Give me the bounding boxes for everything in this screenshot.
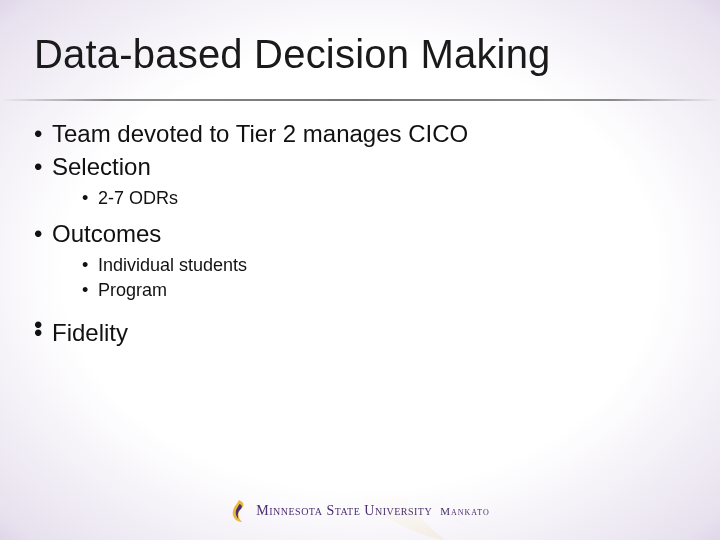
- org-name-sub: Mankato: [440, 505, 490, 517]
- sub-bullet-item: Individual students: [82, 253, 680, 277]
- slide: Data-based Decision Making Team devoted …: [0, 0, 720, 540]
- title-divider: [0, 99, 720, 101]
- content-area: Data-based Decision Making Team devoted …: [0, 0, 720, 540]
- spacer: [34, 310, 680, 316]
- bullet-item: Fidelity: [34, 318, 680, 349]
- bullet-text: Selection: [52, 153, 151, 180]
- bullet-text: Outcomes: [52, 220, 161, 247]
- org-name-main: Minnesota State University: [256, 503, 432, 518]
- sub-bullet-item: 2-7 ODRs: [82, 186, 680, 210]
- sub-bullet-list: Individual students Program: [52, 253, 680, 302]
- university-logo: Minnesota State University Mankato: [230, 500, 489, 522]
- logo-text: Minnesota State University Mankato: [256, 503, 489, 519]
- sub-bullet-item: Program: [82, 278, 680, 302]
- bullet-list: Team devoted to Tier 2 manages CICO Sele…: [34, 119, 680, 349]
- bullet-item: Team devoted to Tier 2 manages CICO: [34, 119, 680, 150]
- bullet-item: Selection 2-7 ODRs: [34, 152, 680, 211]
- slide-title: Data-based Decision Making: [34, 32, 680, 77]
- bullet-item: Outcomes Individual students Program: [34, 219, 680, 302]
- footer: Minnesota State University Mankato: [0, 500, 720, 526]
- sub-bullet-list: 2-7 ODRs: [52, 186, 680, 210]
- flame-icon: [230, 500, 248, 522]
